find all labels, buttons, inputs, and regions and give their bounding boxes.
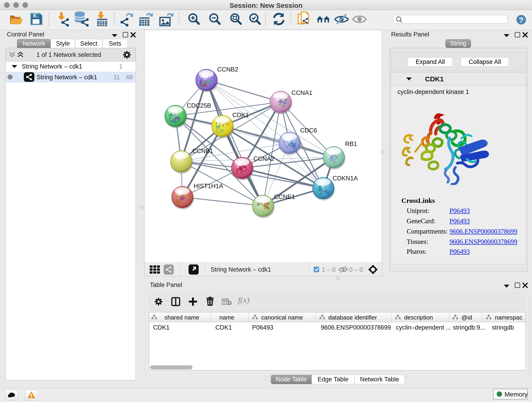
svg-text:CDK1: CDK1	[232, 112, 249, 119]
svg-text:CCNB2: CCNB2	[217, 66, 238, 73]
svg-text:CCNB1: CCNB1	[192, 148, 213, 154]
svg-text:CDC6: CDC6	[300, 127, 317, 134]
svg-text:RB1: RB1	[345, 140, 357, 147]
svg-text:CCNA1: CCNA1	[291, 89, 312, 96]
svg-text:CDC25B: CDC25B	[187, 102, 211, 109]
svg-text:CDKN1A: CDKN1A	[333, 175, 358, 182]
svg-text:HIST1H1A: HIST1H1A	[194, 183, 223, 190]
svg-text:CCNE1: CCNE1	[274, 193, 295, 200]
svg-text:CCNA2: CCNA2	[253, 155, 274, 162]
